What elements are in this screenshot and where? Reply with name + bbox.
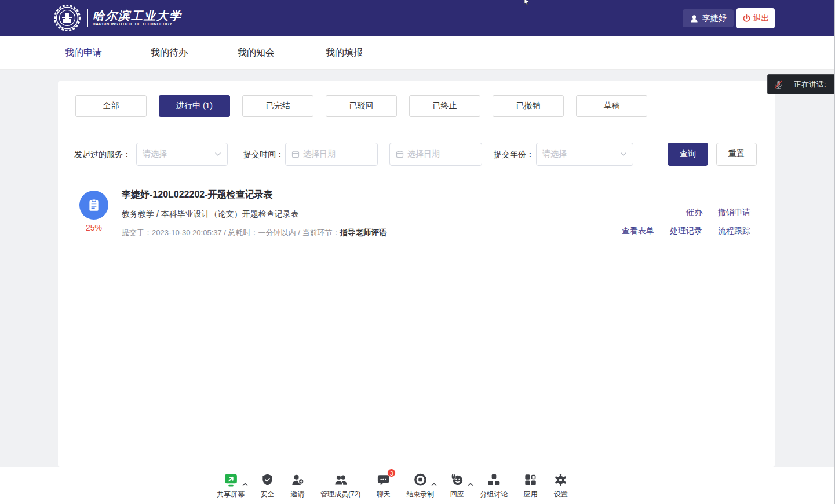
date-start-input[interactable]: 选择日期	[285, 143, 378, 166]
toolbar-item-security[interactable]: 安全	[260, 471, 275, 499]
year-select[interactable]: 请选择	[536, 143, 633, 166]
nav-tab-my-applications[interactable]: 我的申请	[65, 36, 102, 70]
year-filter-label: 提交年份：	[494, 143, 534, 166]
toolbar-item-reactions[interactable]: 回应	[450, 471, 464, 499]
service-select[interactable]: 请选择	[136, 143, 228, 166]
nav-tab-my-notices[interactable]: 我的知会	[238, 36, 275, 70]
chevron-up-icon[interactable]	[468, 483, 473, 487]
view-form-link[interactable]: 查看表单	[622, 226, 654, 236]
status-tab-in-progress[interactable]: 进行中 (1)	[159, 95, 230, 117]
toolbar-item-stop-recording[interactable]: 结束录制	[406, 471, 434, 499]
nav-tab-my-forms[interactable]: 我的填报	[326, 36, 363, 70]
breakout-rooms-icon	[487, 473, 501, 487]
service-filter-label: 发起过的服务：	[74, 143, 131, 166]
application-type-icon	[79, 191, 108, 220]
current-user-chip[interactable]: 李婕妤	[683, 9, 734, 27]
apps-grid-icon	[523, 473, 538, 487]
applications-panel: 全部 进行中 (1) 已完结 已驳回 已终止 已撤销 草稿 发起过的服务： 请选…	[58, 81, 775, 467]
actions-row-1: 催办 撤销申请	[686, 207, 750, 218]
date-start-placeholder: 选择日期	[303, 149, 371, 159]
flow-tracking-link[interactable]: 流程跟踪	[718, 226, 750, 236]
actions-row-2: 查看表单 处理记录 流程跟踪	[622, 226, 750, 236]
meeting-toolbar: 共享屏幕 安全 邀请	[0, 467, 835, 504]
toolbar-item-share-screen[interactable]: 共享屏幕	[217, 471, 245, 499]
members-icon	[333, 473, 348, 487]
action-divider	[662, 227, 662, 235]
university-emblem-icon	[53, 4, 81, 32]
filter-row: 发起过的服务： 请选择 提交时间： 选择日期 – 选	[58, 143, 775, 166]
university-name-cn: 哈尔滨工业大学	[93, 9, 182, 22]
status-tab-terminated[interactable]: 已终止	[409, 95, 480, 117]
toolbar-item-invite[interactable]: 邀请	[290, 471, 305, 499]
app-header: 哈尔滨工业大学 HARBIN INSTITUTE OF TECHNOLOGY 李…	[0, 0, 835, 36]
badge-divider	[789, 80, 789, 89]
chevron-down-icon	[214, 152, 221, 156]
chat-unread-badge: 3	[387, 469, 396, 477]
withdraw-application-link[interactable]: 撤销申请	[718, 207, 750, 218]
current-step: 指导老师评语	[340, 228, 386, 237]
date-end-input[interactable]: 选择日期	[389, 143, 482, 166]
university-logo: 哈尔滨工业大学 HARBIN INSTITUTE OF TECHNOLOGY	[53, 4, 182, 32]
action-divider	[710, 227, 710, 235]
status-tab-rejected[interactable]: 已驳回	[326, 95, 397, 117]
speaking-label: 正在讲话:	[794, 79, 826, 90]
invite-person-icon	[290, 473, 305, 487]
application-list-item[interactable]: 25% 李婕妤-120L022202-开题检查记录表 教务教学 / 本科毕业设计…	[74, 185, 759, 250]
stop-record-icon	[413, 473, 428, 487]
share-screen-icon	[223, 472, 239, 488]
toolbar-item-apps[interactable]: 应用	[523, 471, 538, 499]
clipboard-icon	[87, 198, 101, 212]
logo-divider	[87, 9, 88, 27]
process-record-link[interactable]: 处理记录	[670, 226, 702, 236]
chevron-up-icon[interactable]	[242, 483, 248, 487]
logo-text: 哈尔滨工业大学 HARBIN INSTITUTE OF TECHNOLOGY	[93, 9, 182, 27]
date-end-placeholder: 选择日期	[407, 149, 476, 159]
toolbar-item-breakout-rooms[interactable]: 分组讨论	[480, 471, 508, 499]
progress-percentage: 25%	[79, 223, 108, 232]
year-select-placeholder: 请选择	[542, 149, 617, 159]
status-tab-draft[interactable]: 草稿	[576, 95, 647, 117]
user-icon	[690, 14, 699, 23]
status-tab-withdrawn[interactable]: 已撤销	[493, 95, 564, 117]
toolbar-item-settings[interactable]: 设置	[553, 471, 568, 499]
meeting-toolbar-items: 共享屏幕 安全 邀请	[217, 471, 568, 499]
urge-link[interactable]: 催办	[686, 207, 702, 218]
university-name-en: HARBIN INSTITUTE OF TECHNOLOGY	[93, 22, 182, 27]
toolbar-item-manage-members[interactable]: 管理成员(72)	[320, 471, 360, 499]
toolbar-item-chat[interactable]: 3 聊天	[376, 471, 391, 499]
query-button[interactable]: 查询	[668, 143, 708, 166]
now-speaking-badge: 正在讲话:	[767, 74, 835, 94]
date-range-separator: –	[381, 143, 385, 166]
reaction-icon	[450, 473, 464, 487]
mouse-cursor	[523, 0, 530, 5]
service-select-placeholder: 请选择	[143, 149, 211, 159]
main-nav: 我的申请 我的待办 我的知会 我的填报	[0, 36, 835, 70]
logout-button[interactable]: 退出	[736, 8, 775, 28]
logout-label: 退出	[753, 13, 770, 24]
power-icon	[742, 14, 751, 23]
security-shield-icon	[260, 473, 275, 487]
muted-mic-icon	[773, 79, 784, 90]
chevron-down-icon	[620, 152, 627, 156]
application-meta: 提交于：2023-10-30 20:05:37 / 总耗时：一分钟以内 / 当前…	[122, 228, 386, 238]
current-user-name: 李婕妤	[702, 13, 727, 24]
reset-button[interactable]: 重置	[716, 143, 757, 166]
chevron-up-icon[interactable]	[431, 483, 437, 487]
status-tab-bar: 全部 进行中 (1) 已完结 已驳回 已终止 已撤销 草稿	[75, 95, 647, 117]
calendar-icon	[396, 150, 404, 158]
time-filter-label: 提交时间：	[243, 143, 284, 166]
status-tab-completed[interactable]: 已完结	[242, 95, 313, 117]
application-title[interactable]: 李婕妤-120L022202-开题检查记录表	[122, 189, 273, 201]
status-tab-all[interactable]: 全部	[75, 95, 147, 117]
meta-prefix: 提交于：2023-10-30 20:05:37 / 总耗时：一分钟以内 / 当前…	[122, 228, 340, 237]
application-category: 教务教学 / 本科毕业设计（论文）开题检查记录表	[122, 209, 299, 220]
action-divider	[710, 209, 710, 217]
calendar-icon	[291, 150, 300, 158]
settings-gear-icon	[553, 473, 568, 487]
nav-tab-my-todos[interactable]: 我的待办	[151, 36, 188, 70]
